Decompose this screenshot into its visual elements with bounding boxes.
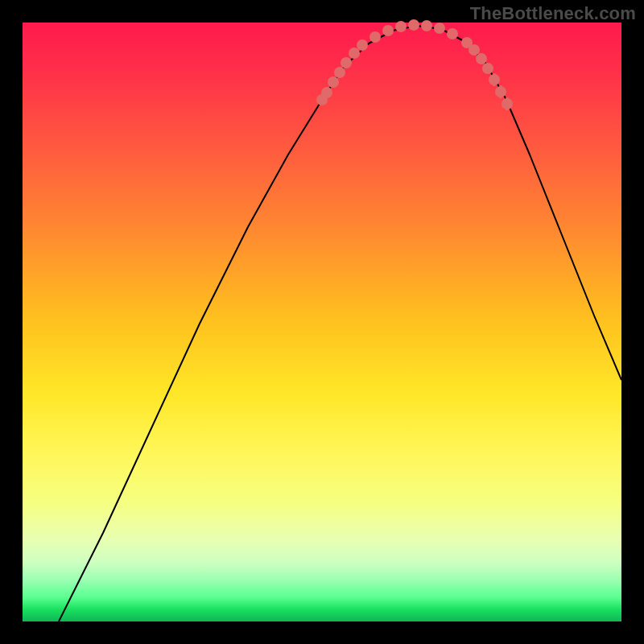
marker-dot [357, 39, 368, 51]
marker-dot [328, 76, 339, 88]
marker-dot [482, 63, 493, 74]
watermark-text: TheBottleneck.com [470, 3, 636, 24]
chart-frame: TheBottleneck.com [0, 0, 644, 644]
marker-dot [434, 23, 445, 34]
bottleneck-curve-svg [23, 23, 621, 621]
marker-dot [408, 19, 419, 31]
marker-dot [395, 21, 407, 32]
marker-dot [421, 20, 432, 31]
marker-dot [341, 57, 352, 68]
marker-dot [321, 87, 332, 98]
marker-dot [382, 25, 394, 36]
markers-left-arm [316, 39, 368, 105]
plot-area [23, 23, 621, 621]
marker-dot [476, 53, 487, 64]
marker-dot [349, 47, 360, 59]
marker-dot [447, 28, 458, 39]
markers-right-arm [461, 37, 513, 110]
marker-dot [469, 44, 480, 56]
marker-dot [334, 67, 345, 78]
marker-dot [369, 31, 381, 43]
bottleneck-curve-path [59, 26, 621, 621]
